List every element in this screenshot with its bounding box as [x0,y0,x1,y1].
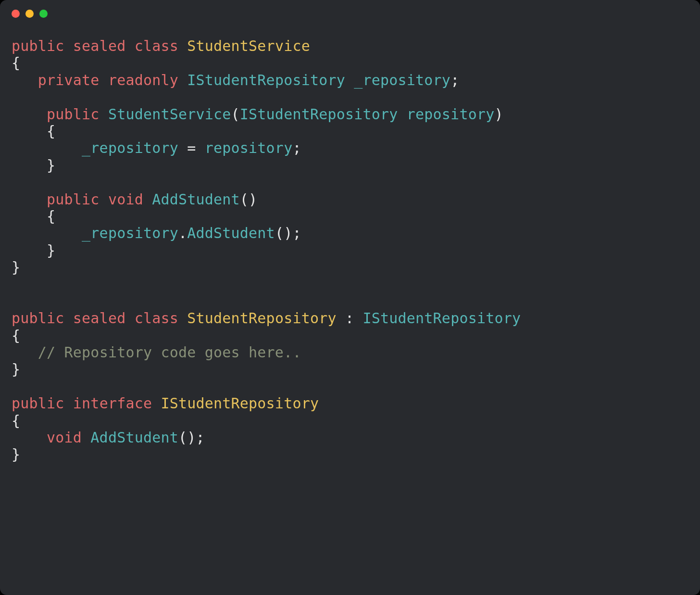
code-token [178,72,187,89]
code-token [12,123,47,139]
code-token: ; [292,139,301,156]
code-token: class [135,38,178,54]
code-editor-content: public sealed class StudentService { pri… [0,27,700,475]
code-token: // Repository code goes here.. [38,344,301,361]
code-token [64,395,73,412]
code-token: } [47,242,55,259]
code-token: (); [275,225,301,241]
code-token: StudentService [187,38,310,54]
code-token: } [47,157,55,174]
code-token [12,191,47,208]
code-token: repository [205,139,293,156]
code-token: interface [73,395,152,412]
code-token: AddStudent [90,429,178,446]
code-token [100,106,108,123]
code-token: class [135,310,178,327]
code-token [345,72,354,89]
code-token [12,106,47,123]
code-token: private [38,72,100,89]
code-token: { [47,208,55,225]
code-token [12,242,47,259]
code-token [64,38,73,54]
code-token: } [12,446,20,463]
code-token [12,72,38,89]
code-token: = [178,139,205,156]
code-token: AddStudent [152,191,240,208]
code-token: (); [178,429,205,446]
code-token: void [47,429,82,446]
code-token: { [12,327,20,344]
code-token [398,106,407,123]
code-token: . [178,225,187,241]
code-token [12,157,47,174]
window-titlebar [0,0,700,27]
code-token: } [12,361,20,378]
code-token: readonly [108,72,178,89]
code-token: public [47,191,100,208]
code-token: public [47,106,100,123]
code-token: _repository [354,72,450,89]
code-token [152,395,161,412]
code-token: { [12,54,20,71]
code-token: StudentService [108,106,231,123]
code-token: public [12,38,64,54]
editor-window: public sealed class StudentService { pri… [0,0,700,595]
code-token: } [12,259,20,276]
code-token: sealed [73,38,126,54]
maximize-icon[interactable] [39,10,48,18]
code-token: AddStudent [187,225,275,241]
code-token: () [240,191,258,208]
code-token: { [12,412,20,429]
code-token [82,429,90,446]
code-token: public [12,310,64,327]
code-token: public [12,395,64,412]
code-token: ) [494,106,503,123]
code-token: IStudentRepository [187,72,345,89]
code-token [125,310,134,327]
code-token: ; [450,72,459,89]
code-token: ( [231,106,240,123]
code-token: IStudentRepository [161,395,319,412]
code-token [64,310,73,327]
code-token [100,72,108,89]
code-token [178,310,187,327]
code-token: _repository [82,139,178,156]
code-token [143,191,152,208]
code-token [12,225,82,241]
code-token: sealed [73,310,126,327]
code-token: StudentRepository [187,310,336,327]
code-token [100,191,108,208]
code-token: _repository [82,225,178,241]
code-token: { [47,123,55,139]
code-token [12,344,38,361]
code-token: : [337,310,363,327]
code-token [125,38,134,54]
code-token [12,139,82,156]
code-token [12,208,47,225]
code-token [178,38,187,54]
code-token [12,429,47,446]
code-token: IStudentRepository [363,310,521,327]
minimize-icon[interactable] [25,10,34,18]
code-token: void [108,191,143,208]
code-token: IStudentRepository [240,106,398,123]
code-token: repository [407,106,495,123]
close-icon[interactable] [12,10,20,18]
